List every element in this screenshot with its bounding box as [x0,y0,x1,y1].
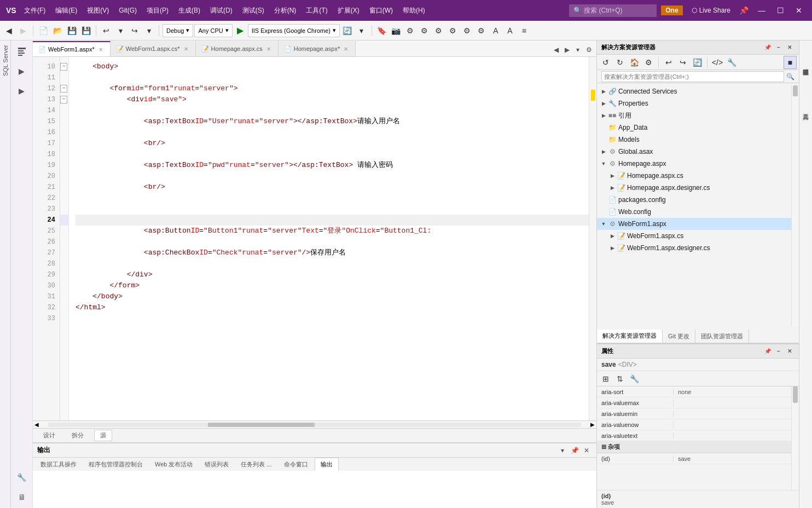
tree-properties[interactable]: ▶ 🔧 Properties [597,97,791,109]
tree-references[interactable]: ▶ ■■ 引用 [597,109,791,122]
panel-minimize[interactable]: − [774,43,784,53]
tabs-dropdown[interactable]: ▾ [572,43,583,56]
bookmark-button[interactable]: 🔖 [375,24,388,37]
tool3[interactable]: ⚙ [432,24,445,37]
tabs-scroll-left[interactable]: ◀ [550,43,561,56]
panel-close[interactable]: ✕ [785,43,794,53]
redo-dropdown[interactable]: ▾ [142,24,155,37]
menu-project[interactable]: 项目(P) [142,4,173,18]
output-pin[interactable]: 📌 [569,444,580,457]
tab-close-0[interactable]: ✕ [97,45,105,53]
tabs-settings[interactable]: ⚙ [583,43,594,56]
sol-tab-explorer[interactable]: 解决方案资源管理器 [597,330,663,343]
output-close[interactable]: ✕ [581,444,592,457]
props-scrollbar[interactable] [791,386,799,490]
undo-dropdown[interactable]: ▾ [114,24,127,37]
forward-button[interactable]: ▶ [16,24,30,37]
tree-homepage-cs[interactable]: ▶ 📝 Homepage.aspx.cs [597,170,791,182]
props-scroll-thumb[interactable] [793,386,798,403]
sol-prop-btn[interactable]: 🔧 [725,56,738,69]
server-explorer-tab[interactable]: 服务器资源管理器 [800,43,812,86]
tree-homepage-designer[interactable]: ▶ 📝 Homepage.aspx.designer.cs [597,182,791,194]
menu-debug[interactable]: 调试(D) [206,4,237,18]
maximize-button[interactable]: ☐ [772,2,789,19]
tree-web-config[interactable]: ▶ 📄 Web.config [597,206,791,218]
tab-close-2[interactable]: ✕ [265,45,272,53]
bottom-tab-web[interactable]: Web 发布活动 [149,458,198,471]
sol-redo-btn[interactable]: ↪ [676,56,689,69]
liveshare-button[interactable]: ⬡ Live Share [687,4,735,16]
design-tab[interactable]: 设计 [37,430,61,441]
close-button[interactable]: ✕ [790,2,808,19]
menu-edit[interactable]: 编辑(E) [51,4,82,18]
tree-homepage-aspx[interactable]: ▼ ⚙ Homepage.aspx [597,158,791,170]
horizontal-scrollbar[interactable]: ◀ ▶ [33,420,596,428]
solution-explorer-icon[interactable] [12,43,32,60]
props-pin[interactable]: 📌 [763,347,773,356]
menu-window[interactable]: 窗口(W) [365,4,397,18]
sol-settings-btn[interactable]: ⚙ [642,56,655,69]
expand-btn[interactable]: ▶ [12,62,32,80]
prop-row-id[interactable]: (id) save [597,453,791,464]
tab-homepage-aspx[interactable]: 📄 Homepage.aspx* ✕ [279,41,356,56]
menu-analyze[interactable]: 分析(N) [270,4,301,18]
tab-webform1-cs[interactable]: 📝 WebForm1.aspx.cs* ✕ [111,41,196,56]
bottom-tab-cmd[interactable]: 命令窗口 [279,458,314,471]
tree-connected-services[interactable]: ▶ 🔗 Connected Services [597,85,791,97]
sol-tab-team[interactable]: 团队资源管理器 [695,330,749,343]
tree-models[interactable]: ▶ 📁 Models [597,134,791,146]
menu-help[interactable]: 帮助(H) [398,4,430,18]
menu-view[interactable]: 视图(V) [83,4,113,18]
scroll-indicator[interactable] [589,57,596,420]
minimize-button[interactable]: — [753,2,770,19]
props-minimize[interactable]: − [774,347,784,356]
bottom-tab-data[interactable]: 数据工具操作 [35,458,82,471]
tree-webform1-aspx[interactable]: ▼ ⚙ WebForm1.aspx [597,218,791,230]
tree-global-asax[interactable]: ▶ ⚙ Global.asax [597,146,791,158]
global-search-box[interactable]: 🔍 搜索 (Ctrl+Q) [569,4,657,17]
bottom-tab-tasks[interactable]: 任务列表 ... [235,458,277,471]
sol-tab-git[interactable]: Git 更改 [663,330,695,343]
run-config-dropdown[interactable]: IIS Express (Google Chrome) ▾ [248,24,340,37]
tree-appdata[interactable]: ▶ 📁 App_Data [597,122,791,134]
tree-packages[interactable]: ▶ 📄 packages.config [597,194,791,206]
menu-tools[interactable]: 工具(T) [301,4,332,18]
sol-scroll-thumb[interactable] [793,85,798,96]
prop-section-misc[interactable]: ⊞ 杂项 [597,441,791,453]
sol-sync-btn[interactable]: ↺ [599,56,612,69]
sol-refresh2[interactable]: 🔄 [691,56,704,69]
tool4[interactable]: ⚙ [446,24,460,37]
output-dropdown[interactable]: ▾ [557,444,568,457]
collapse-btn[interactable]: ▶ [12,82,32,100]
scroll-track[interactable] [48,423,581,427]
prop-grid-btn[interactable]: ⊞ [599,372,612,385]
run-button[interactable]: ▶ [234,24,247,37]
code-content[interactable]: <body> <form id="form1" runat="server"> … [69,57,589,420]
refresh-arrow[interactable]: ▾ [355,24,368,37]
tree-webform1-cs[interactable]: ▶ 📝 WebForm1.aspx.cs [597,230,791,242]
refresh-button[interactable]: 🔄 [341,24,354,37]
account-badge[interactable]: One [661,5,682,15]
menu-extensions[interactable]: 扩展(X) [333,4,364,18]
prop-sort-btn[interactable]: ⇅ [613,372,627,385]
prop-row-aria-valuemax[interactable]: aria-valuemax [597,397,791,408]
tool5[interactable]: ⚙ [461,24,474,37]
panel-pin[interactable]: 📌 [763,43,773,53]
source-tab[interactable]: 源 [94,430,112,441]
server-icon[interactable]: 🖥 [12,488,32,506]
more-btn[interactable]: ≡ [518,24,531,37]
sol-undo-btn[interactable]: ↩ [662,56,675,69]
open-file-button[interactable]: 📂 [51,24,64,37]
save-all-button[interactable]: 💾 [79,24,92,37]
prop-row-aria-valuemin[interactable]: aria-valuemin [597,408,791,419]
tab-homepage-cs[interactable]: 📝 Homepage.aspx.cs ✕ [196,41,279,56]
fold-13[interactable]: − [60,94,68,105]
redo-button[interactable]: ↪ [128,24,141,37]
bottom-tab-output[interactable]: 输出 [315,458,339,471]
bottom-tab-errors[interactable]: 错误列表 [199,458,234,471]
sol-active-btn[interactable]: ■ [784,56,797,69]
undo-button[interactable]: ↩ [100,24,113,37]
back-button[interactable]: ◀ [2,24,15,37]
scroll-thumb[interactable] [591,90,595,101]
font-size-btn[interactable]: A [489,24,502,37]
